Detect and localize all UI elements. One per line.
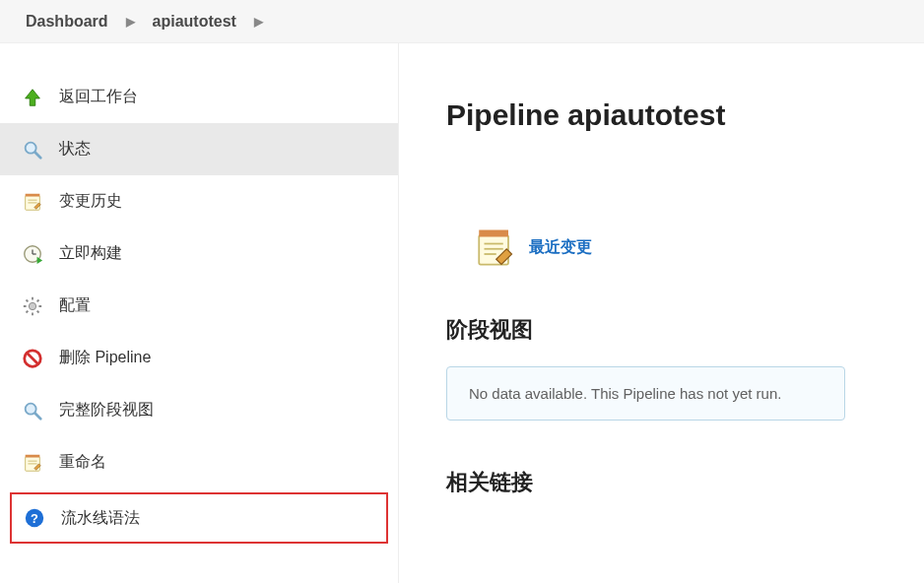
sidebar-item-label: 立即构建 bbox=[59, 243, 122, 264]
notepad-icon bbox=[474, 227, 515, 268]
no-data-message: No data available. This Pipeline has not… bbox=[446, 366, 845, 421]
sidebar-item-label: 重命名 bbox=[59, 452, 106, 473]
sidebar-item-status[interactable]: 状态 bbox=[0, 123, 398, 175]
sidebar-item-label: 流水线语法 bbox=[61, 508, 140, 529]
svg-rect-21 bbox=[479, 230, 508, 237]
page-title: Pipeline apiautotest bbox=[446, 98, 924, 132]
sidebar-item-changes[interactable]: 变更历史 bbox=[0, 175, 398, 227]
sidebar-item-label: 删除 Pipeline bbox=[59, 348, 151, 368]
svg-rect-15 bbox=[26, 454, 40, 457]
sidebar-item-rename[interactable]: 重命名 bbox=[0, 436, 398, 488]
breadcrumb: Dashboard ▶ apiautotest ▶ bbox=[0, 0, 924, 43]
breadcrumb-dashboard[interactable]: Dashboard bbox=[26, 13, 108, 31]
sidebar-item-label: 返回工作台 bbox=[59, 87, 138, 107]
chevron-right-icon: ▶ bbox=[254, 15, 263, 29]
highlight-box: ? 流水线语法 bbox=[10, 492, 388, 544]
recent-changes-link[interactable]: 最近变更 bbox=[529, 237, 592, 258]
related-links-heading: 相关链接 bbox=[446, 468, 924, 497]
no-entry-icon bbox=[20, 346, 45, 371]
sidebar-item-label: 变更历史 bbox=[59, 191, 122, 212]
sidebar-item-configure[interactable]: 配置 bbox=[0, 280, 398, 332]
notepad-icon bbox=[20, 189, 45, 215]
stage-view-heading: 阶段视图 bbox=[446, 315, 924, 345]
recent-changes: 最近变更 bbox=[474, 227, 924, 268]
svg-text:?: ? bbox=[31, 511, 38, 526]
search-icon bbox=[20, 137, 45, 162]
svg-point-9 bbox=[29, 302, 35, 309]
gear-icon bbox=[20, 293, 45, 319]
notepad-icon bbox=[20, 450, 45, 476]
sidebar-item-back[interactable]: 返回工作台 bbox=[0, 71, 398, 123]
svg-rect-3 bbox=[26, 193, 40, 196]
main-content: Pipeline apiautotest 最近变更 阶段视图 No data a… bbox=[399, 43, 924, 583]
clock-play-icon bbox=[20, 241, 45, 267]
svg-line-13 bbox=[35, 413, 41, 419]
search-icon bbox=[20, 398, 45, 423]
up-arrow-icon bbox=[20, 85, 45, 110]
sidebar-item-label: 配置 bbox=[59, 295, 91, 316]
chevron-right-icon: ▶ bbox=[126, 15, 135, 29]
svg-line-1 bbox=[35, 152, 41, 158]
sidebar: 返回工作台 状态 变更历史 立即构建 配置 bbox=[0, 43, 399, 583]
sidebar-item-full-stage-view[interactable]: 完整阶段视图 bbox=[0, 384, 398, 436]
sidebar-item-label: 完整阶段视图 bbox=[59, 400, 154, 421]
sidebar-item-build-now[interactable]: 立即构建 bbox=[0, 227, 398, 280]
sidebar-item-pipeline-syntax[interactable]: ? 流水线语法 bbox=[12, 494, 386, 542]
help-icon: ? bbox=[22, 505, 47, 531]
sidebar-item-label: 状态 bbox=[59, 139, 91, 160]
breadcrumb-project[interactable]: apiautotest bbox=[153, 13, 236, 31]
sidebar-item-delete-pipeline[interactable]: 删除 Pipeline bbox=[0, 332, 398, 384]
